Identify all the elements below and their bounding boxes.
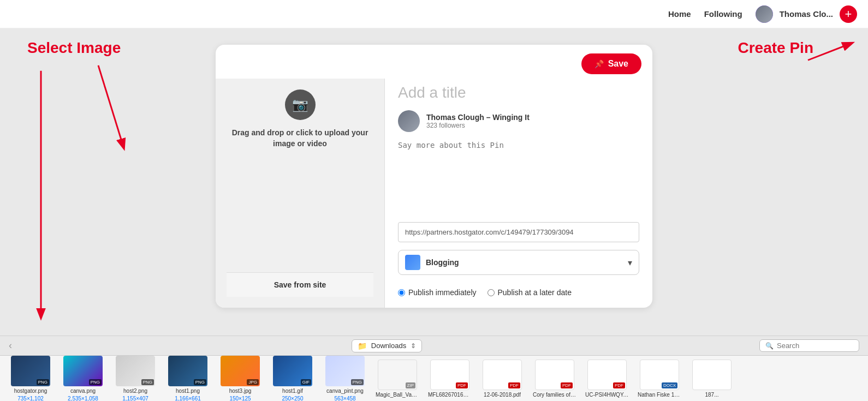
pin-card-body: 📷 Drag and drop or click to upload your … [216, 79, 652, 308]
profile-name: Thomas Clough – Winging It [426, 113, 530, 122]
file-name: hostgator.png [14, 388, 47, 394]
list-item[interactable]: 187... [690, 360, 734, 398]
folder-icon: 📁 [358, 342, 367, 350]
file-dimensions: 150×125 [229, 396, 251, 401]
file-browser-toolbar: ‹ 📁 Downloads ⇕ 🔍 [0, 336, 868, 356]
nav-home[interactable]: Home [668, 9, 691, 19]
list-item[interactable]: PDFUC-PSI4HWQY.pdf [585, 360, 629, 398]
list-item[interactable]: JPGhost3.jpg150×125 [218, 356, 262, 401]
file-name: host1.png [176, 388, 200, 394]
board-name: Blogging [426, 258, 622, 267]
file-name: MFL68267016_0_12_2017.pdf [428, 392, 472, 398]
file-dimensions: 1,166×661 [175, 396, 201, 401]
pin-description-input[interactable] [398, 141, 639, 213]
pin-create-card: 📌 Save 📷 Drag and drop or click to uploa… [216, 45, 652, 308]
list-item[interactable]: PDFCory families of America-1.pdf [533, 360, 576, 398]
folder-arrows-icon: ⇕ [411, 342, 416, 350]
save-button[interactable]: 📌 Save [581, 53, 641, 74]
search-box: 🔍 [759, 339, 859, 352]
followers-count: 323 followers [426, 122, 530, 129]
list-item[interactable]: GIFhost1.gif250×250 [271, 356, 314, 401]
list-item[interactable]: ZIPMagic_Ball_Vase_...zip [376, 360, 419, 398]
nav-following[interactable]: Following [704, 9, 742, 19]
file-name: Magic_Ball_Vase_...zip [376, 392, 419, 398]
file-name: Cory families of America-1.pdf [533, 392, 576, 398]
publish-options: Publish immediately Publish at a later d… [398, 284, 639, 297]
file-name: Nathan Fiske 1672-1741.docx [638, 392, 681, 398]
file-dimensions: 735×1,102 [17, 396, 44, 401]
profile-thumbnail [398, 110, 420, 132]
publish-immediately-radio[interactable] [398, 289, 405, 296]
file-dimensions: 250×250 [282, 396, 303, 401]
nav-left-arrow[interactable]: ‹ [9, 340, 12, 351]
list-item[interactable]: PDF12-06-2018.pdf [480, 360, 524, 398]
annotation-select-image: Select Image [27, 39, 121, 57]
profile-row: Thomas Clough – Winging It 323 followers [398, 110, 639, 132]
search-input[interactable] [777, 342, 853, 350]
image-upload-area[interactable]: 📷 Drag and drop or click to upload your … [216, 79, 385, 308]
file-browser: ‹ 📁 Downloads ⇕ 🔍 PNGhostgator.png735×1,… [0, 336, 868, 401]
folder-selector[interactable]: 📁 Downloads ⇕ [352, 339, 422, 352]
search-icon: 🔍 [765, 342, 774, 350]
file-name: 12-06-2018.pdf [484, 392, 521, 398]
board-select-wrapper: Blogging ▾ [398, 250, 639, 275]
file-name: host2.png [123, 388, 147, 394]
pin-details: Thomas Clough – Winging It 323 followers… [385, 79, 652, 308]
file-dimensions: 1,155×407 [122, 396, 148, 401]
main-area: Select Image Create Pin Affiliate Link P… [0, 28, 868, 336]
profile-info: Thomas Clough – Winging It 323 followers [426, 113, 530, 129]
top-navigation: Home Following Thomas Clo... + [0, 0, 868, 28]
list-item[interactable]: DOCXNathan Fiske 1672-1741.docx [638, 360, 681, 398]
avatar[interactable] [756, 5, 773, 23]
nav-username: Thomas Clo... [780, 9, 833, 19]
list-item[interactable]: PNGhost1.png1,166×661 [166, 356, 210, 401]
publish-later-option[interactable]: Publish at a later date [487, 288, 572, 297]
list-item[interactable]: PDFMFL68267016_0_12_2017.pdf [428, 360, 472, 398]
list-item[interactable]: PNGhost2.png1,155×407 [114, 356, 157, 401]
upload-icon-circle: 📷 [285, 89, 316, 120]
file-dimensions: 563×458 [334, 396, 355, 401]
pin-card-header: 📌 Save [216, 45, 652, 79]
list-item[interactable]: PNGcanva_pint.png563×458 [323, 356, 367, 401]
pin-icon: 📌 [594, 59, 604, 68]
publish-later-radio[interactable] [487, 289, 495, 296]
file-dimensions: 2,535×1,058 [68, 396, 98, 401]
file-name: host3.jpg [229, 388, 252, 394]
create-pin-button[interactable]: + [840, 5, 857, 23]
file-name: host1.gif [282, 388, 303, 394]
affiliate-link-input[interactable] [398, 222, 639, 242]
camera-icon: 📷 [292, 97, 308, 112]
board-dropdown[interactable]: Blogging ▾ [398, 250, 639, 275]
board-icon [405, 255, 420, 270]
save-from-site[interactable]: Save from site [227, 272, 373, 297]
nav-user-area: Thomas Clo... + [756, 5, 857, 23]
file-browser-files: PNGhostgator.png735×1,102PNGcanva.png2,5… [0, 356, 868, 401]
file-name: UC-PSI4HWQY.pdf [585, 392, 629, 398]
folder-name: Downloads [371, 342, 406, 350]
file-name: 187... [705, 392, 718, 398]
annotation-create-pin: Create Pin [738, 39, 814, 57]
list-item[interactable]: PNGcanva.png2,535×1,058 [61, 356, 105, 401]
publish-immediately-option[interactable]: Publish immediately [398, 288, 477, 297]
upload-text: Drag and drop or click to upload your im… [227, 128, 373, 149]
chevron-down-icon: ▾ [628, 258, 632, 268]
file-name: canva.png [70, 388, 96, 394]
list-item[interactable]: PNGhostgator.png735×1,102 [9, 356, 52, 401]
file-name: canva_pint.png [326, 388, 364, 394]
pin-title-input[interactable] [398, 84, 639, 101]
